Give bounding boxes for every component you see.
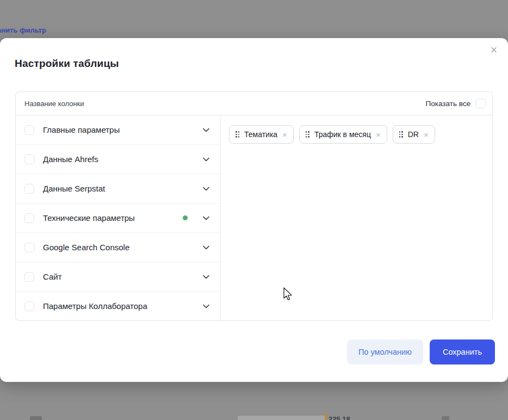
category-checkbox[interactable]: [24, 184, 34, 194]
modal-footer: По умолчанию Сохранить: [347, 339, 495, 365]
close-icon[interactable]: ×: [486, 42, 501, 58]
chip-label: Трафик в месяц: [314, 130, 371, 139]
category-label: Главные параметры: [43, 125, 193, 134]
category-checkbox[interactable]: [24, 125, 34, 135]
category-checkbox[interactable]: [24, 272, 34, 282]
chevron-down-icon: [202, 155, 210, 164]
columns-panel: Название колонки Показать все Главные па…: [15, 91, 493, 321]
category-label: Данные Serpstat: [43, 184, 193, 193]
default-button[interactable]: По умолчанию: [347, 339, 423, 365]
category-row-google-search-console[interactable]: Google Search Console: [16, 233, 220, 262]
chip-label: DR: [408, 130, 419, 139]
selected-columns-area: Тематика × Трафик в месяц × DR ×: [221, 115, 492, 320]
active-indicator-dot: [183, 215, 188, 220]
save-filter-link-partial[interactable]: анить фильтр: [0, 26, 46, 34]
category-label: Google Search Console: [43, 243, 193, 252]
show-all-checkbox[interactable]: [476, 98, 486, 108]
column-name-header: Название колонки: [24, 100, 84, 108]
show-all-label: Показать все: [426, 100, 470, 108]
chevron-down-icon: [202, 302, 210, 311]
drag-handle-icon[interactable]: [399, 131, 403, 138]
table-settings-modal: × Настройки таблицы Название колонки Пок…: [0, 38, 508, 382]
category-label: Данные Ahrefs: [43, 155, 193, 164]
category-row-main-params[interactable]: Главные параметры: [16, 115, 220, 145]
chevron-down-icon: [202, 184, 210, 193]
category-row-site[interactable]: Сайт: [16, 262, 220, 292]
panel-body: Главные параметры Данные Ahrefs Данные S…: [16, 115, 492, 320]
category-label: Параметры Коллаборатора: [43, 301, 193, 311]
drag-handle-icon[interactable]: [306, 131, 309, 138]
background-cell-bar: [238, 416, 326, 420]
category-label: Технические параметры: [43, 213, 174, 223]
category-checkbox[interactable]: [24, 301, 34, 311]
column-chip-dr[interactable]: DR ×: [393, 125, 435, 144]
background-price-value: 225.18: [329, 415, 350, 420]
save-button[interactable]: Сохранить: [430, 339, 495, 365]
remove-chip-icon[interactable]: ×: [282, 130, 287, 139]
category-list: Главные параметры Данные Ahrefs Данные S…: [16, 115, 221, 320]
drag-handle-icon[interactable]: [236, 131, 239, 138]
category-row-ahrefs[interactable]: Данные Ahrefs: [16, 145, 220, 174]
chevron-down-icon: [202, 273, 210, 281]
category-checkbox[interactable]: [24, 213, 34, 223]
category-checkbox[interactable]: [24, 155, 34, 164]
modal-title: Настройки таблицы: [15, 58, 119, 70]
category-checkbox[interactable]: [24, 243, 34, 252]
price-marker-icon: [325, 413, 327, 420]
chevron-down-icon: [202, 243, 210, 252]
column-chip-trafik-v-mesyac[interactable]: Трафик в месяц ×: [299, 125, 387, 144]
category-row-collaborator-params[interactable]: Параметры Коллаборатора: [16, 292, 220, 320]
chevron-down-icon: [202, 214, 210, 223]
background-text-fragment: [442, 416, 449, 420]
background-text-fragment: [30, 416, 42, 420]
chevron-down-icon: [202, 126, 210, 134]
chip-label: Тематика: [244, 130, 277, 139]
remove-chip-icon[interactable]: ×: [376, 130, 381, 139]
category-label: Сайт: [43, 272, 193, 281]
column-chip-tematika[interactable]: Тематика ×: [229, 125, 294, 144]
category-row-technical-params[interactable]: Технические параметры: [16, 203, 220, 233]
background-table-row-partial: 225.18: [0, 411, 508, 420]
category-row-serpstat[interactable]: Данные Serpstat: [16, 174, 220, 203]
remove-chip-icon[interactable]: ×: [424, 130, 429, 139]
show-all-toggle[interactable]: Показать все: [426, 98, 486, 108]
panel-header: Название колонки Показать все: [16, 92, 492, 115]
